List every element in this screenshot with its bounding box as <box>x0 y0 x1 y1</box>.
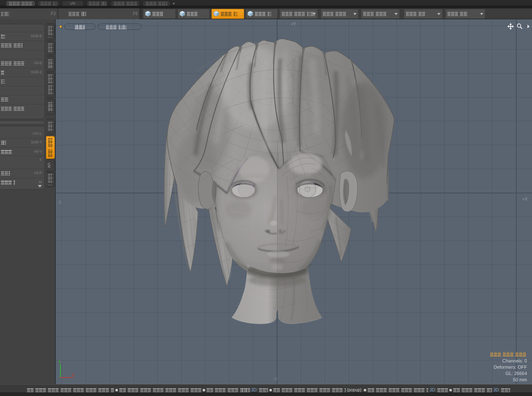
svg-text:Y: Y <box>58 360 61 365</box>
svg-text:X: X <box>72 373 75 378</box>
